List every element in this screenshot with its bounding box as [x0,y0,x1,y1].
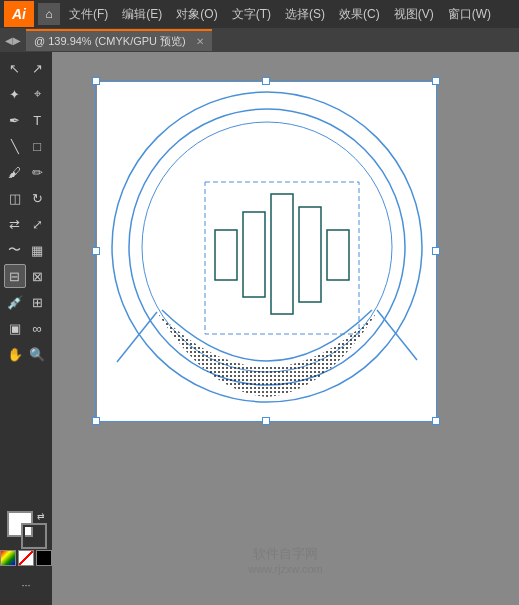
warp-graph-group: 〜 ▦ [4,238,48,262]
reflect-scale-group: ⇄ ⤢ [4,212,48,236]
warp-tool[interactable]: 〜 [4,238,26,262]
hand-zoom-group: ✋ 🔍 [4,342,48,366]
svg-rect-9 [299,207,321,302]
menu-window[interactable]: 窗口(W) [445,4,494,25]
main-layout: ↖ ↗ ✦ ⌖ ✒ T ╲ □ 🖌 ✏ ◫ ↻ ⇄ ⤢ 〜 ▦ [0,52,519,605]
home-icon: ⌂ [45,7,52,21]
menu-bar: 文件(F) 编辑(E) 对象(O) 文字(T) 选择(S) 效果(C) 视图(V… [66,4,494,25]
rotate-tool[interactable]: ↻ [27,186,49,210]
line-rect-group: ╲ □ [4,134,48,158]
svg-point-0 [112,92,422,402]
svg-line-5 [377,310,417,360]
eraser-rotate-group: ◫ ↻ [4,186,48,210]
zoom-tool[interactable]: 🔍 [27,342,49,366]
toolbar: ↖ ↗ ✦ ⌖ ✒ T ╲ □ 🖌 ✏ ◫ ↻ ⇄ ⤢ 〜 ▦ [0,52,52,605]
slice-tool[interactable]: ⊠ [27,264,48,288]
line-segment-tool[interactable]: ╲ [4,134,26,158]
svg-rect-8 [271,194,293,314]
pen-tool[interactable]: ✒ [4,108,26,132]
tab-label: @ 139.94% (CMYK/GPU 预览) [34,34,186,49]
artboard-active-group: ⊟ ⊠ [4,264,48,288]
menu-type[interactable]: 文字(T) [229,4,274,25]
brush-pencil-group: 🖌 ✏ [4,160,48,184]
svg-line-4 [117,312,157,362]
panel-toggle-button[interactable]: ◀▶ [4,31,22,49]
rectangle-tool[interactable]: □ [27,134,49,158]
ai-logo: Ai [4,1,34,27]
eyedropper-paintbucket-group: 💉 ⊞ [4,290,48,314]
magic-lasso-group: ✦ ⌖ [4,82,48,106]
none-box[interactable] [18,550,34,566]
reflect-tool[interactable]: ⇄ [4,212,26,236]
home-button[interactable]: ⌂ [38,3,60,25]
stroke-color-box[interactable] [23,525,45,547]
black-box[interactable] [36,550,52,566]
menu-view[interactable]: 视图(V) [391,4,437,25]
selection-tools-group: ↖ ↗ [4,56,48,80]
pencil-tool[interactable]: ✏ [27,160,49,184]
gradient-tool[interactable]: ▣ [4,316,26,340]
document-tab[interactable]: @ 139.94% (CMYK/GPU 预览) ✕ [26,29,212,51]
color-box[interactable] [0,550,16,566]
gradient-blend-group: ▣ ∞ [4,316,48,340]
pen-type-group: ✒ T [4,108,48,132]
svg-rect-6 [215,230,237,280]
paintbrush-tool[interactable]: 🖌 [4,160,26,184]
lasso-tool[interactable]: ⌖ [27,82,49,106]
type-tool[interactable]: T [27,108,49,132]
svg-rect-10 [327,230,349,280]
color-section: ⇄ ··· [0,507,52,601]
tab-close-button[interactable]: ✕ [196,36,204,47]
menu-select[interactable]: 选择(S) [282,4,328,25]
canvas-area[interactable]: 软件自字网 www.rjzxw.com [52,52,519,605]
color-mode-row [0,550,52,566]
title-bar: Ai ⌂ 文件(F) 编辑(E) 对象(O) 文字(T) 选择(S) 效果(C)… [0,0,519,28]
mesh-tool[interactable]: ⊞ [27,290,49,314]
more-tools-button[interactable]: ··· [4,573,48,597]
hand-tool[interactable]: ✋ [4,342,26,366]
scale-tool[interactable]: ⤢ [27,212,49,236]
artboard-tool[interactable]: ⊟ [4,264,26,288]
eraser-tool[interactable]: ◫ [4,186,26,210]
svg-point-1 [129,109,405,385]
menu-file[interactable]: 文件(F) [66,4,111,25]
menu-object[interactable]: 对象(O) [173,4,220,25]
direct-selection-tool[interactable]: ↗ [27,56,49,80]
svg-rect-7 [243,212,265,297]
swap-colors-icon[interactable]: ⇄ [37,511,45,521]
menu-edit[interactable]: 编辑(E) [119,4,165,25]
selection-tool[interactable]: ↖ [4,56,26,80]
magic-wand-tool[interactable]: ✦ [4,82,26,106]
tab-bar: ◀▶ @ 139.94% (CMYK/GPU 预览) ✕ [0,28,519,52]
eyedropper-tool[interactable]: 💉 [4,290,26,314]
blend-tool[interactable]: ∞ [27,316,49,340]
artwork-container [97,82,437,422]
menu-effect[interactable]: 效果(C) [336,4,383,25]
color-boxes: ⇄ [7,511,45,547]
graph-tool[interactable]: ▦ [27,238,49,262]
